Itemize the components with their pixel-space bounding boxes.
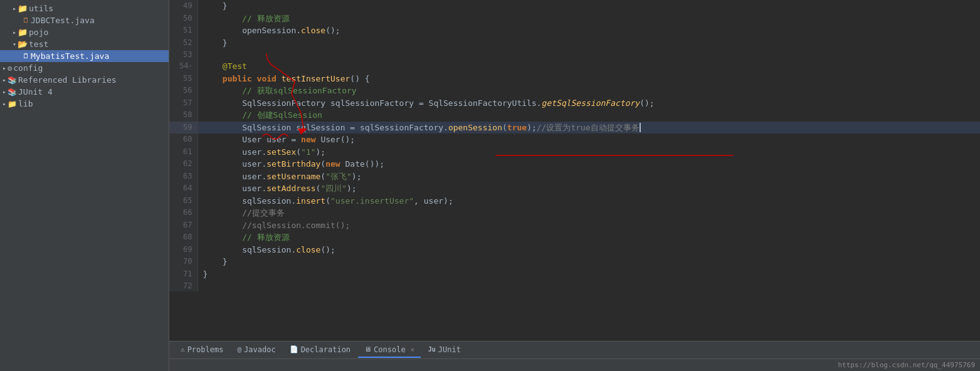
- line-number: 65: [169, 195, 198, 207]
- line-number: 67: [169, 219, 198, 232]
- table-row: 67 //sqlSession.commit();: [169, 219, 980, 232]
- tab-javadoc[interactable]: @ Javadoc: [231, 343, 282, 358]
- table-row: 61 user.setSex("1");: [169, 146, 980, 159]
- sidebar-item-jdbctest[interactable]: 🗒 JDBCTest.java: [0, 14, 169, 26]
- sidebar-item-test[interactable]: ▾ 📂 test: [0, 38, 169, 50]
- sidebar-item-reflibs[interactable]: ▸ 📚 Referenced Libraries: [0, 74, 169, 86]
- tab-label: Javadoc: [244, 345, 276, 354]
- lib-icon: 📁: [8, 100, 17, 108]
- line-content[interactable]: SqlSessionFactory sqlSessionFactory = Sq…: [198, 97, 980, 110]
- declaration-icon: 📄: [290, 345, 298, 353]
- line-content[interactable]: user.setSex("1");: [198, 146, 980, 159]
- junit-icon: 📚: [8, 88, 17, 97]
- line-number: 64: [169, 182, 198, 195]
- line-content[interactable]: }: [198, 37, 980, 50]
- line-content[interactable]: user.setUsername("张飞");: [198, 170, 980, 183]
- line-number: 50: [169, 13, 198, 25]
- code-editor[interactable]: 49 } 50 // 释放资源 51 openSession.close();: [169, 0, 980, 341]
- line-content[interactable]: [198, 49, 980, 60]
- sidebar-item-label: JUnit 4: [18, 87, 53, 97]
- table-row: 54◦ @Test: [169, 60, 980, 73]
- table-row: 60 User user = new User();: [169, 133, 980, 146]
- problems-icon: ⚠: [181, 345, 185, 353]
- line-content[interactable]: }: [198, 268, 980, 281]
- status-url: https://blog.csdn.net/qq_44975769: [838, 361, 975, 369]
- line-number: 54◦: [169, 60, 198, 73]
- line-content[interactable]: // 创建SqlSession: [198, 109, 980, 122]
- sidebar-item-label: MybatisTest.java: [31, 51, 109, 61]
- table-row: 62 user.setBirthday(new Date());: [169, 158, 980, 170]
- table-row: 49 }: [169, 0, 980, 13]
- java-file-icon: 🗒: [23, 16, 29, 24]
- line-content[interactable]: @Test: [198, 60, 980, 73]
- line-number: 59: [169, 122, 198, 134]
- tab-declaration[interactable]: 📄 Declaration: [283, 343, 357, 358]
- table-row: 51 openSession.close();: [169, 24, 980, 37]
- line-content[interactable]: sqlSession.insert("user.insertUser", use…: [198, 195, 980, 207]
- tab-label: Declaration: [301, 345, 350, 354]
- line-number: 49: [169, 0, 198, 13]
- sidebar-item-junit4[interactable]: ▸ 📚 JUnit 4: [0, 86, 169, 98]
- line-content[interactable]: // 释放资源: [198, 231, 980, 244]
- table-row: 64 user.setAddress("四川");: [169, 182, 980, 195]
- line-content[interactable]: User user = new User();: [198, 133, 980, 146]
- table-row: 71 }: [169, 268, 980, 281]
- folder-open-icon: 📂: [18, 39, 28, 49]
- line-content[interactable]: public void testInsertUser() {: [198, 73, 980, 85]
- sidebar-item-label: JDBCTest.java: [31, 16, 95, 25]
- sidebar-item-label: pojo: [29, 28, 48, 37]
- table-row: 55 public void testInsertUser() {: [169, 73, 980, 85]
- table-row: 65 sqlSession.insert("user.insertUser", …: [169, 195, 980, 207]
- line-content[interactable]: // 释放资源: [198, 13, 980, 25]
- tab-problems[interactable]: ⚠ Problems: [174, 343, 229, 358]
- close-icon[interactable]: ✕: [411, 346, 414, 353]
- tab-console[interactable]: 🖥 Console ✕: [358, 343, 421, 358]
- sidebar-item-lib[interactable]: ▸ 📁 lib: [0, 98, 169, 110]
- line-number: 53: [169, 49, 198, 60]
- console-icon: 🖥: [364, 345, 371, 353]
- sidebar-item-pojo[interactable]: ▸ 📁 pojo: [0, 26, 169, 38]
- line-content[interactable]: }: [198, 256, 980, 268]
- status-bar: https://blog.csdn.net/qq_44975769: [169, 358, 980, 371]
- line-content[interactable]: user.setBirthday(new Date());: [198, 158, 980, 170]
- line-content[interactable]: [198, 280, 980, 291]
- table-row: 66 //提交事务: [169, 207, 980, 219]
- java-file-icon: 🗒: [23, 52, 29, 60]
- sidebar-item-label: utils: [29, 4, 53, 13]
- line-content[interactable]: //sqlSession.commit();: [198, 219, 980, 232]
- line-number: 70: [169, 256, 198, 268]
- table-row: 53: [169, 49, 980, 60]
- line-content[interactable]: openSession.close();: [198, 24, 980, 37]
- tab-junit[interactable]: Ju JUnit: [422, 343, 467, 358]
- line-content[interactable]: }: [198, 0, 980, 13]
- table-row: 59 SqlSession sqlSession = sqlSessionFac…: [169, 122, 980, 134]
- chevron-right-icon: ▸: [3, 100, 6, 107]
- sidebar-item-label: Referenced Libraries: [18, 75, 117, 85]
- line-number: 58: [169, 109, 198, 122]
- bottom-tab-bar: ⚠ Problems @ Javadoc 📄 Declaration 🖥 Con…: [169, 341, 980, 358]
- folder-icon: 📁: [18, 4, 28, 13]
- sidebar-item-label: test: [29, 39, 48, 49]
- code-lines: 49 } 50 // 释放资源 51 openSession.close();: [169, 0, 980, 291]
- table-row: 69 sqlSession.close();: [169, 244, 980, 256]
- sidebar-item-utils[interactable]: ▸ 📁 utils: [0, 3, 169, 14]
- table-row: 50 // 释放资源: [169, 13, 980, 25]
- tab-label: Console: [374, 345, 406, 354]
- reflib-icon: 📚: [8, 76, 17, 85]
- sidebar-item-label: config: [13, 63, 43, 73]
- table-row: 72: [169, 280, 980, 291]
- table-row: 70 }: [169, 256, 980, 268]
- line-content[interactable]: sqlSession.close();: [198, 244, 980, 256]
- line-content[interactable]: SqlSession sqlSession = sqlSessionFactor…: [198, 122, 980, 134]
- folder-icon: 📁: [18, 28, 28, 37]
- file-tree[interactable]: ▸ 📁 utils 🗒 JDBCTest.java ▸ 📁 pojo ▾ 📂 t…: [0, 0, 169, 371]
- line-number: 69: [169, 244, 198, 256]
- line-content[interactable]: // 获取sqlSessionFactory: [198, 85, 980, 97]
- sidebar-item-config[interactable]: ▸ ⚙ config: [0, 62, 169, 74]
- config-icon: ⚙: [8, 64, 12, 73]
- sidebar-item-mybatistest[interactable]: 🗒 MybatisTest.java: [0, 50, 169, 62]
- line-content[interactable]: //提交事务: [198, 207, 980, 219]
- javadoc-icon: @: [237, 345, 241, 353]
- chevron-right-icon: ▸: [13, 29, 16, 36]
- line-content[interactable]: user.setAddress("四川");: [198, 182, 980, 195]
